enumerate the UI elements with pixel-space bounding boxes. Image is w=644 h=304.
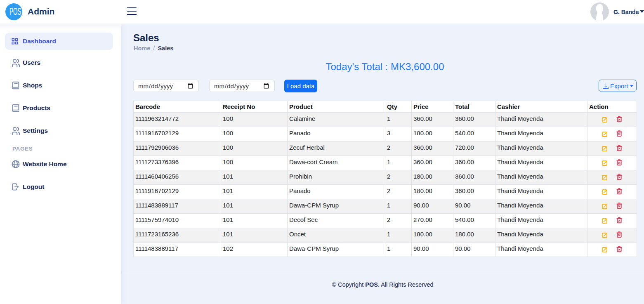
svg-text:POS: POS — [9, 6, 21, 17]
